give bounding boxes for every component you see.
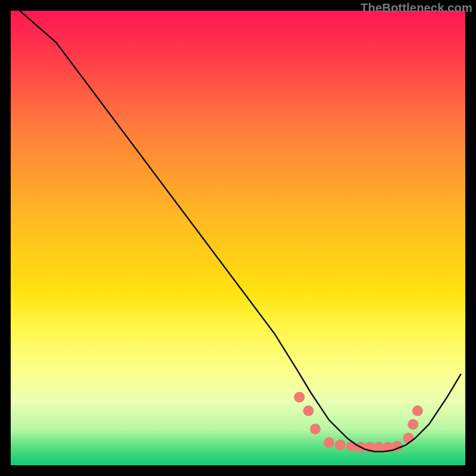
dot <box>324 437 334 448</box>
chart-stage: TheBottleneck.com <box>0 0 476 476</box>
dot <box>412 405 423 416</box>
watermark-label: TheBottleneck.com <box>361 1 472 15</box>
gradient-background <box>11 11 465 465</box>
chart-canvas <box>0 0 476 476</box>
dot <box>303 405 314 416</box>
dot <box>403 433 414 443</box>
dot <box>408 419 418 430</box>
dot <box>294 392 305 402</box>
dot <box>335 440 346 450</box>
dot <box>346 441 357 452</box>
dot <box>310 424 321 434</box>
